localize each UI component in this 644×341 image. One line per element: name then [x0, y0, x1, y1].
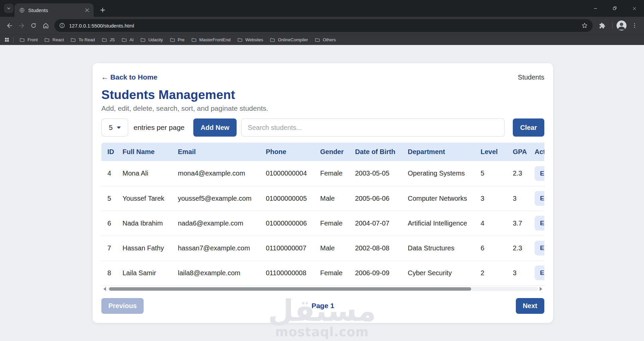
header-full-name[interactable]: Full Name — [116, 143, 172, 161]
cell-full-name: Laila Samir — [116, 260, 172, 285]
header-email[interactable]: Email — [172, 143, 260, 161]
kebab-menu-icon — [632, 22, 638, 29]
bookmark-folder-websites[interactable]: Websites — [234, 36, 266, 44]
header-phone[interactable]: Phone — [260, 143, 314, 161]
header-date-of-birth[interactable]: Date of Birth — [349, 143, 402, 161]
horizontal-scrollbar[interactable] — [101, 287, 544, 291]
cell-id: 4 — [101, 161, 116, 186]
cell-email: youssef5@example.com — [172, 186, 260, 211]
browser-menu-button[interactable] — [629, 19, 641, 32]
bookmark-folder-front[interactable]: Front — [16, 36, 41, 44]
watermark-domain-text: mostaql.com — [268, 325, 376, 339]
edit-button[interactable]: Edit — [535, 166, 544, 181]
scrollbar-thumb[interactable] — [109, 287, 471, 291]
edit-button[interactable]: Edit — [535, 191, 544, 206]
cell-full-name: Nada Ibrahim — [116, 211, 172, 236]
bookmark-folder-js[interactable]: JS — [98, 36, 118, 44]
header-id[interactable]: ID — [101, 143, 116, 161]
bookmark-folder-udacity[interactable]: Udacity — [137, 36, 166, 44]
apps-grid-icon[interactable] — [4, 37, 10, 43]
header-department[interactable]: Department — [402, 143, 475, 161]
edit-button[interactable]: Edit — [535, 216, 544, 231]
address-bar[interactable]: 127.0.0.1:5500/students.html — [54, 19, 593, 32]
reload-button[interactable] — [28, 19, 40, 32]
toolbar-divider — [612, 22, 612, 29]
cell-dob: 2006-09-09 — [349, 260, 402, 285]
scrollbar-track[interactable] — [107, 287, 538, 291]
cell-gender: Male — [314, 236, 349, 260]
table-row: 8 Laila Samir laila8@example.com 0110000… — [101, 260, 544, 285]
header-gpa[interactable]: GPA — [507, 143, 529, 161]
window-close-button[interactable] — [625, 0, 644, 17]
entries-per-page-select[interactable]: 5 — [101, 118, 128, 137]
bookmark-folder-pre[interactable]: Pre — [166, 36, 188, 44]
bookmark-star-icon[interactable] — [581, 22, 588, 29]
window-restore-button[interactable] — [605, 0, 625, 17]
header-level[interactable]: Level — [475, 143, 507, 161]
cell-full-name: Youssef Tarek — [116, 186, 172, 211]
chevron-down-icon — [117, 127, 121, 129]
header-gender[interactable]: Gender — [314, 143, 349, 161]
window-minimize-button[interactable] — [586, 0, 605, 17]
cell-department: Computer Networks — [402, 186, 475, 211]
search-input[interactable] — [241, 118, 505, 137]
scroll-right-arrow-icon[interactable] — [540, 287, 544, 291]
new-tab-button[interactable] — [98, 5, 107, 15]
folder-icon — [70, 37, 76, 43]
cell-id: 6 — [101, 211, 116, 236]
cell-phone: 01000000005 — [260, 186, 314, 211]
cell-level: 5 — [475, 161, 507, 186]
cell-gender: Female — [314, 211, 349, 236]
scroll-left-arrow-icon[interactable] — [101, 287, 106, 291]
home-icon — [42, 22, 49, 29]
clear-button[interactable]: Clear — [513, 118, 544, 137]
page-corner-label: Students — [518, 74, 544, 81]
back-to-home-link[interactable]: ← Back to Home — [101, 73, 157, 81]
tab-close-icon[interactable] — [84, 7, 90, 13]
bookmark-folder-onlinecompiler[interactable]: OnlineCompiler — [266, 36, 311, 44]
students-table-container: ID Full Name Email Phone Gender Date of … — [101, 143, 544, 286]
bookmark-folder-others[interactable]: Others — [311, 36, 339, 44]
cell-gpa: 3.7 — [507, 211, 529, 236]
extensions-button[interactable] — [596, 19, 608, 32]
folder-icon — [315, 37, 320, 43]
browser-tab-students[interactable]: Students — [14, 3, 94, 17]
cell-gpa: 3 — [507, 186, 529, 211]
cell-department: Data Structures — [402, 236, 475, 260]
site-info-icon[interactable] — [59, 22, 65, 29]
edit-button[interactable]: Edit — [535, 241, 544, 255]
cell-dob: 2005-06-06 — [349, 186, 402, 211]
table-header-row: ID Full Name Email Phone Gender Date of … — [101, 143, 544, 161]
header-actions[interactable]: Act — [529, 143, 544, 161]
next-page-button[interactable]: Next — [516, 298, 544, 314]
cell-phone: 01100000007 — [260, 236, 314, 260]
folder-icon — [140, 37, 146, 43]
edit-button[interactable]: Edit — [535, 265, 544, 280]
bookmark-folder-ai[interactable]: AI — [118, 36, 137, 44]
bookmark-folder-to-read[interactable]: To Read — [67, 36, 98, 44]
add-new-button[interactable]: Add New — [193, 118, 237, 137]
bookmark-folder-masterfrontend[interactable]: MasterFrontEnd — [188, 36, 234, 44]
profile-avatar[interactable] — [616, 20, 627, 31]
cell-full-name: Hassan Fathy — [116, 236, 172, 260]
close-icon — [632, 6, 637, 11]
home-button[interactable] — [40, 19, 52, 32]
cell-department: Cyber Security — [402, 260, 475, 285]
table-row: 4 Mona Ali mona4@example.com 01000000004… — [101, 161, 544, 186]
bookmarks-divider — [13, 37, 13, 43]
previous-page-button[interactable]: Previous — [101, 298, 144, 314]
back-button[interactable] — [3, 19, 15, 32]
cell-department: Artificial Intelligence — [402, 211, 475, 236]
cell-dob: 2004-07-07 — [349, 211, 402, 236]
browser-window: Students — [0, 0, 644, 45]
pagination: Previous Page 1 Next — [101, 298, 544, 314]
folder-icon — [44, 37, 50, 43]
cell-actions: Edit — [529, 161, 544, 186]
tab-search-button[interactable] — [4, 4, 13, 13]
forward-button[interactable] — [15, 19, 28, 32]
bookmark-folder-react[interactable]: React — [41, 36, 67, 44]
globe-favicon-icon — [19, 7, 25, 13]
reload-icon — [30, 22, 37, 29]
cell-level: 6 — [475, 236, 507, 260]
bookmarks-bar: Front React To Read JS AI Udacity Pre Ma… — [0, 34, 644, 45]
